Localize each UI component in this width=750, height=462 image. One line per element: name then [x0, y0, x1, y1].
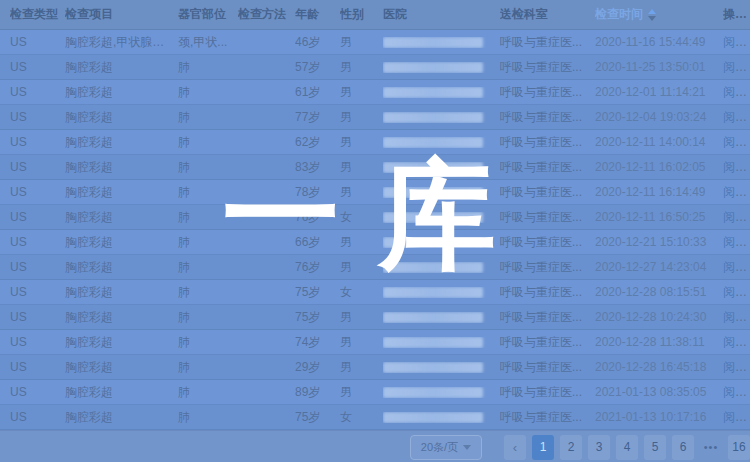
- exam-list-screen: 检查类型 检查项目 器官部位 检查方法 年龄 性别 医院 送检科室 检查时间 操…: [0, 0, 750, 462]
- cell-age: 29岁: [295, 359, 340, 376]
- cell-exam-type: US: [10, 160, 65, 174]
- cell-exam-time: 2020-12-21 15:10:33: [595, 235, 723, 249]
- table-row[interactable]: US 胸腔彩超 肺 76岁 女 呼吸与重症医... 2020-12-11 16:…: [0, 205, 750, 230]
- cell-department: 呼吸与重症医...: [500, 384, 595, 401]
- cell-action: 阅片: [723, 334, 750, 351]
- page-size-select[interactable]: 20条/页: [410, 435, 482, 460]
- cell-department: 呼吸与重症医...: [500, 284, 595, 301]
- page-button-1[interactable]: 1: [532, 435, 554, 460]
- page-button-6[interactable]: 6: [672, 435, 694, 460]
- cell-gender: 男: [340, 359, 383, 376]
- page-button-5[interactable]: 5: [644, 435, 666, 460]
- table-row[interactable]: US 胸腔彩超 肺 66岁 男 呼吸与重症医... 2020-12-21 15:…: [0, 230, 750, 255]
- table-row[interactable]: US 胸腔彩超 肺 77岁 男 呼吸与重症医... 2020-12-04 19:…: [0, 105, 750, 130]
- prev-page-button[interactable]: ‹: [504, 435, 526, 460]
- table-row[interactable]: US 胸腔彩超 肺 78岁 男 呼吸与重症医... 2020-12-11 16:…: [0, 180, 750, 205]
- table-row[interactable]: US 胸腔彩超 肺 61岁 男 呼吸与重症医... 2020-12-01 11:…: [0, 80, 750, 105]
- column-header-method[interactable]: 检查方法: [238, 6, 295, 23]
- column-header-organ[interactable]: 器官部位: [178, 6, 238, 23]
- view-images-link[interactable]: 阅片: [723, 235, 747, 249]
- page-button-3[interactable]: 3: [588, 435, 610, 460]
- column-header-exam-type[interactable]: 检查类型: [10, 6, 65, 23]
- view-images-link[interactable]: 阅片: [723, 160, 747, 174]
- table-row[interactable]: US 胸腔彩超 肺 57岁 男 呼吸与重症医... 2020-11-25 13:…: [0, 55, 750, 80]
- page-size-value: 20条/页: [421, 440, 458, 455]
- cell-age: 66岁: [295, 234, 340, 251]
- page-button-2[interactable]: 2: [560, 435, 582, 460]
- view-images-link[interactable]: 阅片: [723, 285, 747, 299]
- cell-exam-time: 2020-12-27 14:23:04: [595, 260, 723, 274]
- cell-gender: 女: [340, 209, 383, 226]
- cell-gender: 男: [340, 234, 383, 251]
- cell-exam-type: US: [10, 360, 65, 374]
- table-row[interactable]: US 胸腔彩超 肺 75岁 女 呼吸与重症医... 2021-01-13 10:…: [0, 405, 750, 430]
- page-button-4[interactable]: 4: [616, 435, 638, 460]
- table-row[interactable]: US 胸腔彩超 肺 76岁 男 呼吸与重症医... 2020-12-27 14:…: [0, 255, 750, 280]
- cell-gender: 男: [340, 59, 383, 76]
- view-images-link[interactable]: 阅片: [723, 210, 747, 224]
- cell-organ: 肺: [178, 259, 238, 276]
- cell-organ: 肺: [178, 409, 238, 426]
- cell-action: 阅片: [723, 34, 750, 51]
- cell-department: 呼吸与重症医...: [500, 359, 595, 376]
- view-images-link[interactable]: 阅片: [723, 35, 747, 49]
- cell-organ: 肺: [178, 334, 238, 351]
- view-images-link[interactable]: 阅片: [723, 310, 747, 324]
- table-header: 检查类型 检查项目 器官部位 检查方法 年龄 性别 医院 送检科室 检查时间 操…: [0, 0, 750, 30]
- cell-exam-type: US: [10, 285, 65, 299]
- table-row[interactable]: US 胸腔彩超 肺 74岁 男 呼吸与重症医... 2020-12-28 11:…: [0, 330, 750, 355]
- cell-exam-time: 2020-12-11 16:50:25: [595, 210, 723, 224]
- cell-exam-type: US: [10, 260, 65, 274]
- table-row[interactable]: US 胸腔彩超 肺 75岁 男 呼吸与重症医... 2020-12-28 10:…: [0, 305, 750, 330]
- table-row[interactable]: US 胸腔彩超,甲状腺彩超 颈,甲状... 46岁 男 呼吸与重症医... 20…: [0, 30, 750, 55]
- view-images-link[interactable]: 阅片: [723, 410, 747, 424]
- cell-action: 阅片: [723, 209, 750, 226]
- column-header-hospital[interactable]: 医院: [383, 6, 500, 23]
- column-header-actions: 操作: [723, 6, 750, 23]
- view-images-link[interactable]: 阅片: [723, 85, 747, 99]
- cell-organ: 肺: [178, 109, 238, 126]
- cell-department: 呼吸与重症医...: [500, 34, 595, 51]
- more-pages-button[interactable]: •••: [700, 435, 722, 460]
- redacted-hospital-name: [383, 87, 483, 98]
- cell-hospital: [383, 212, 500, 223]
- cell-exam-item: 胸腔彩超: [65, 384, 178, 401]
- cell-exam-time: 2020-11-25 13:50:01: [595, 60, 723, 74]
- cell-action: 阅片: [723, 59, 750, 76]
- cell-age: 78岁: [295, 184, 340, 201]
- column-header-exam-time[interactable]: 检查时间: [595, 6, 723, 23]
- table-row[interactable]: US 胸腔彩超 肺 89岁 男 呼吸与重症医... 2021-01-13 08:…: [0, 380, 750, 405]
- redacted-hospital-name: [383, 187, 483, 198]
- cell-gender: 男: [340, 384, 383, 401]
- cell-hospital: [383, 262, 500, 273]
- cell-exam-time: 2020-12-28 11:38:11: [595, 335, 723, 349]
- table-row[interactable]: US 胸腔彩超 肺 83岁 男 呼吸与重症医... 2020-12-11 16:…: [0, 155, 750, 180]
- table-row[interactable]: US 胸腔彩超 肺 29岁 男 呼吸与重症医... 2020-12-28 16:…: [0, 355, 750, 380]
- table-row[interactable]: US 胸腔彩超 肺 62岁 男 呼吸与重症医... 2020-12-11 14:…: [0, 130, 750, 155]
- table-row[interactable]: US 胸腔彩超 肺 75岁 女 呼吸与重症医... 2020-12-28 08:…: [0, 280, 750, 305]
- last-page-button[interactable]: 16: [728, 435, 750, 460]
- view-images-link[interactable]: 阅片: [723, 335, 747, 349]
- column-header-age[interactable]: 年龄: [295, 6, 340, 23]
- view-images-link[interactable]: 阅片: [723, 135, 747, 149]
- column-header-department[interactable]: 送检科室: [500, 6, 595, 23]
- column-header-exam-item[interactable]: 检查项目: [65, 6, 178, 23]
- view-images-link[interactable]: 阅片: [723, 260, 747, 274]
- column-header-gender[interactable]: 性别: [340, 6, 383, 23]
- view-images-link[interactable]: 阅片: [723, 385, 747, 399]
- cell-age: 83岁: [295, 159, 340, 176]
- cell-action: 阅片: [723, 384, 750, 401]
- cell-gender: 女: [340, 284, 383, 301]
- cell-hospital: [383, 37, 500, 48]
- sort-carets-icon[interactable]: [648, 9, 656, 21]
- view-images-link[interactable]: 阅片: [723, 360, 747, 374]
- view-images-link[interactable]: 阅片: [723, 185, 747, 199]
- cell-exam-type: US: [10, 35, 65, 49]
- redacted-hospital-name: [383, 62, 483, 73]
- view-images-link[interactable]: 阅片: [723, 110, 747, 124]
- redacted-hospital-name: [383, 37, 483, 48]
- cell-department: 呼吸与重症医...: [500, 159, 595, 176]
- redacted-hospital-name: [383, 112, 483, 123]
- view-images-link[interactable]: 阅片: [723, 60, 747, 74]
- cell-department: 呼吸与重症医...: [500, 134, 595, 151]
